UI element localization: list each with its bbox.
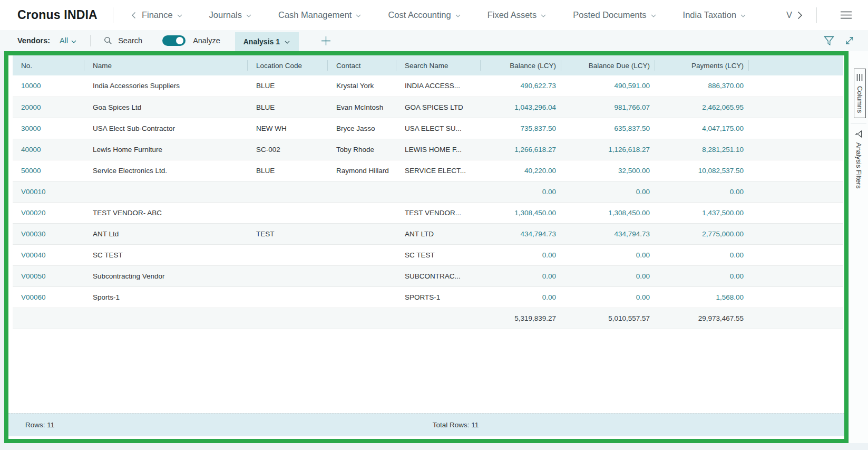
cell-payments: 0.00 <box>655 265 749 286</box>
cell-no[interactable]: 30000 <box>13 118 84 139</box>
cell-contact <box>328 223 396 244</box>
cell-filler <box>749 97 843 118</box>
table-row[interactable]: 40000Lewis Home FurnitureSC-002Toby Rhod… <box>13 139 843 160</box>
table-row[interactable]: 10000India Accessories SuppliersBLUEKrys… <box>13 75 843 97</box>
nav-scroll-left-icon[interactable] <box>130 11 138 20</box>
cell-balance: 40,220.00 <box>481 160 561 181</box>
cell-balance_due: 1,308,450.00 <box>561 202 655 223</box>
table-row[interactable]: 30000USA Elect Sub-ContractorNEW WHBryce… <box>13 118 843 139</box>
cell-balance: 735,837.50 <box>481 118 561 139</box>
column-header-no[interactable]: No. <box>13 55 84 75</box>
cell-name: TEST VENDOR- ABC <box>84 202 248 223</box>
table-row[interactable]: 50000Service Electronics Ltd.BLUERaymond… <box>13 160 843 181</box>
cell-contact <box>328 265 396 286</box>
list-filter-dropdown[interactable]: All <box>60 36 77 45</box>
cell-balance_due: 0.00 <box>561 286 655 308</box>
cell-name: Goa Spices Ltd <box>84 97 248 118</box>
hamburger-menu-icon[interactable] <box>840 11 852 20</box>
cell-no[interactable]: 40000 <box>13 139 84 160</box>
menu-item-posted-documents[interactable]: Posted Documents <box>573 10 656 20</box>
cell-no[interactable]: V00020 <box>13 202 84 223</box>
fullscreen-icon[interactable] <box>844 35 855 46</box>
cell-balance_due: 1,126,618.27 <box>561 139 655 160</box>
cell-location <box>248 181 328 202</box>
total-location <box>248 308 328 329</box>
table-row[interactable]: V00030ANT LtdTESTANT LTD434,794.73434,79… <box>13 223 843 244</box>
menu-item-journals[interactable]: Journals <box>209 10 252 20</box>
table-row[interactable]: V00020TEST VENDOR- ABCTEST VENDOR...1,30… <box>13 202 843 223</box>
table-row[interactable]: V000100.000.000.00 <box>13 181 843 202</box>
top-navigation-bar: Cronus INDIA FinanceJournalsCash Managem… <box>0 0 868 30</box>
cell-location: BLUE <box>248 75 328 97</box>
column-header-payments[interactable]: Payments (LCY) <box>655 55 749 75</box>
cell-search_name: TEST VENDOR... <box>396 202 481 223</box>
add-analysis-tab-button[interactable] <box>321 36 331 46</box>
cell-balance: 0.00 <box>481 181 561 202</box>
cell-contact <box>328 244 396 265</box>
total-name <box>84 308 248 329</box>
menu-item-india-taxation[interactable]: India Taxation <box>683 10 747 20</box>
analyze-toggle[interactable]: Analyze <box>162 35 220 46</box>
filter-icon[interactable] <box>824 36 834 46</box>
table-header-row: No.NameLocation CodeContactSearch NameBa… <box>13 55 843 75</box>
cell-balance: 1,266,618.27 <box>481 139 561 160</box>
cell-balance_due: 0.00 <box>561 181 655 202</box>
cell-filler <box>749 160 843 181</box>
divider <box>90 35 91 46</box>
cell-name: Service Electronics Ltd. <box>84 160 248 181</box>
cell-name: SC TEST <box>84 244 248 265</box>
cell-no[interactable]: V00030 <box>13 223 84 244</box>
cell-contact: Toby Rhode <box>328 139 396 160</box>
cell-no[interactable]: V00060 <box>13 286 84 308</box>
column-header-contact[interactable]: Contact <box>328 55 396 75</box>
cell-search_name: SERVICE ELECT... <box>396 160 481 181</box>
table-row[interactable]: V00040SC TESTSC TEST0.000.000.00 <box>13 244 843 265</box>
cell-payments: 4,047,175.00 <box>655 118 749 139</box>
divider <box>851 123 866 123</box>
main-menu: FinanceJournalsCash ManagementCost Accou… <box>130 10 773 20</box>
tab-analysis-1[interactable]: Analysis 1 <box>235 32 299 51</box>
menu-item-finance[interactable]: Finance <box>142 10 183 20</box>
search-button[interactable]: Search <box>104 36 142 45</box>
cell-filler <box>749 223 843 244</box>
column-header-search_name[interactable]: Search Name <box>396 55 481 75</box>
divider <box>113 7 113 23</box>
analysis-sidebar: Columns Analysis Filters <box>849 51 868 443</box>
column-header-name[interactable]: Name <box>84 55 248 75</box>
cell-filler <box>749 75 843 97</box>
cell-search_name: ANT LTD <box>396 223 481 244</box>
menu-item-cost-accounting[interactable]: Cost Accounting <box>388 10 461 20</box>
total-balance: 5,319,839.27 <box>481 308 561 329</box>
column-header-balance_due[interactable]: Balance Due (LCY) <box>561 55 655 75</box>
app-title: Cronus INDIA <box>17 8 97 22</box>
cell-no[interactable]: V00050 <box>13 265 84 286</box>
cell-no[interactable]: V00040 <box>13 244 84 265</box>
cell-contact <box>328 202 396 223</box>
cell-location: NEW WH <box>248 118 328 139</box>
cell-search_name: LEWIS HOME F... <box>396 139 481 160</box>
cell-location <box>248 265 328 286</box>
menu-item-overflow[interactable]: V <box>786 10 792 20</box>
cell-contact: Raymond Hillard <box>328 160 396 181</box>
column-header-location[interactable]: Location Code <box>248 55 328 75</box>
toggle-switch[interactable] <box>162 35 186 46</box>
nav-scroll-right-icon[interactable] <box>795 11 804 20</box>
cell-contact: Krystal York <box>328 75 396 97</box>
analysis-grid-region: No.NameLocation CodeContactSearch NameBa… <box>4 51 849 443</box>
cell-no[interactable]: 10000 <box>13 75 84 97</box>
table-row[interactable]: V00050Subcontracting VendorSUBCONTRAC...… <box>13 265 843 286</box>
cell-no[interactable]: 20000 <box>13 97 84 118</box>
column-header-balance[interactable]: Balance (LCY) <box>481 55 561 75</box>
sidebar-tab-analysis-filters[interactable]: Analysis Filters <box>853 128 864 190</box>
menu-item-fixed-assets[interactable]: Fixed Assets <box>487 10 547 20</box>
cell-name: Subcontracting Vendor <box>84 265 248 286</box>
cell-balance_due: 635,837.50 <box>561 118 655 139</box>
cell-name: Sports-1 <box>84 286 248 308</box>
table-row[interactable]: 20000Goa Spices LtdBLUEEvan McIntoshGOA … <box>13 97 843 118</box>
sidebar-tab-columns[interactable]: Columns <box>854 69 866 118</box>
cell-no[interactable]: V00010 <box>13 181 84 202</box>
menu-item-cash-management[interactable]: Cash Management <box>278 10 362 20</box>
cell-no[interactable]: 50000 <box>13 160 84 181</box>
cell-filler <box>749 265 843 286</box>
table-row[interactable]: V00060Sports-1SPORTS-10.000.001,568.00 <box>13 286 843 308</box>
